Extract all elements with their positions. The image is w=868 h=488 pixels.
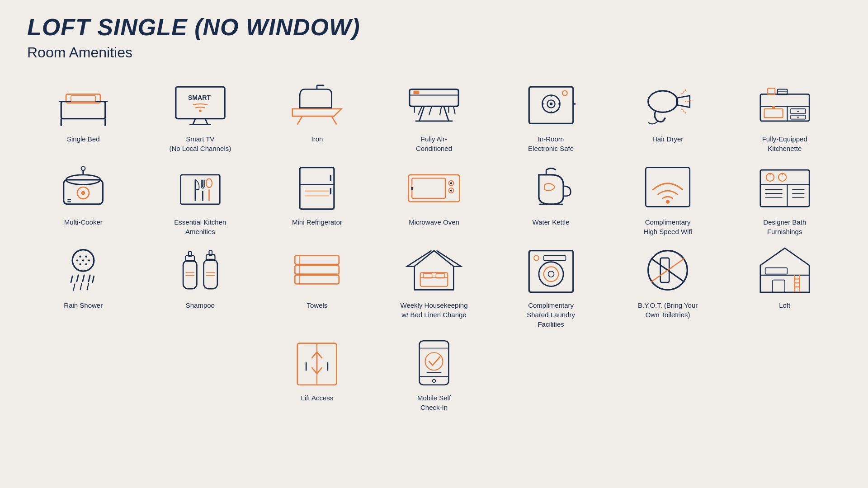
amenity-housekeeping: Weekly Housekeepingw/ Bed Linen Change <box>378 245 491 329</box>
svg-rect-130 <box>420 272 448 286</box>
svg-rect-6 <box>176 87 225 118</box>
svg-point-47 <box>797 117 798 118</box>
svg-line-99 <box>71 276 72 282</box>
lift-label: Lift Access <box>301 393 334 403</box>
svg-point-38 <box>648 91 678 113</box>
multi-cooker-label: Multi-Cooker <box>64 217 103 227</box>
laundry-label: ComplimentaryShared LaundryFacilities <box>527 300 575 329</box>
svg-point-108 <box>82 259 84 261</box>
multi-cooker-icon <box>54 162 113 212</box>
svg-rect-18 <box>413 91 419 94</box>
smart-tv-label: Smart TV(No Local Channels) <box>169 134 231 153</box>
amenity-kitchenette: Fully-EquippedKitchenette <box>728 79 841 153</box>
svg-point-78 <box>450 182 452 184</box>
shampoo-icon <box>171 245 230 295</box>
loft-icon <box>755 245 814 295</box>
mobile-checkin-icon <box>405 338 463 388</box>
svg-line-25 <box>419 106 424 121</box>
svg-rect-126 <box>295 275 340 284</box>
svg-rect-39 <box>760 94 809 121</box>
loft-label: Loft <box>779 300 790 310</box>
laundry-icon <box>522 245 580 295</box>
svg-line-13 <box>332 116 337 124</box>
rain-shower-icon <box>54 245 113 295</box>
byot-label: B.Y.O.T. (Bring YourOwn Toiletries) <box>638 300 698 319</box>
amenity-microwave: Microwave Oven <box>378 162 491 236</box>
wifi-icon <box>638 162 697 212</box>
housekeeping-icon <box>405 245 463 295</box>
svg-point-56 <box>81 191 85 195</box>
electronic-safe-label: In-RoomElectronic Safe <box>528 134 574 153</box>
microwave-icon <box>405 162 463 212</box>
smart-tv-icon: SMART <box>171 79 230 129</box>
spacer-2 <box>144 338 257 412</box>
page-title: LOFT SINGLE (NO WINDOW) <box>27 14 841 41</box>
svg-line-102 <box>89 275 90 282</box>
air-conditioned-label: Fully Air-Conditioned <box>416 134 452 153</box>
svg-rect-114 <box>183 260 197 289</box>
svg-point-107 <box>76 259 78 261</box>
svg-line-24 <box>453 107 455 114</box>
svg-point-136 <box>543 267 558 282</box>
svg-point-113 <box>85 263 87 265</box>
svg-rect-139 <box>543 256 566 261</box>
svg-rect-74 <box>412 178 445 198</box>
kitchen-amenities-icon <box>171 162 230 212</box>
svg-point-160 <box>425 352 443 370</box>
byot-icon <box>638 245 697 295</box>
amenity-bath-furnishings: Designer BathFurnishings <box>728 162 841 236</box>
hair-dryer-label: Hair Dryer <box>652 134 683 144</box>
svg-line-106 <box>87 283 89 290</box>
svg-rect-125 <box>295 265 340 274</box>
shampoo-label: Shampoo <box>186 300 215 310</box>
amenity-single-bed: Single Bed <box>27 79 140 153</box>
svg-line-21 <box>429 107 431 115</box>
lift-icon <box>288 338 346 388</box>
svg-rect-59 <box>181 175 220 204</box>
single-bed-label: Single Bed <box>67 134 100 144</box>
amenity-air-conditioned: Fully Air-Conditioned <box>378 79 491 153</box>
water-kettle-label: Water Kettle <box>533 217 570 227</box>
svg-rect-151 <box>773 280 785 292</box>
amenity-kitchen-amenities: Essential KitchenAmenities <box>144 162 257 236</box>
section-subtitle: Room Amenities <box>27 44 841 61</box>
svg-point-138 <box>534 256 539 261</box>
amenity-rain-shower: Rain Shower <box>27 245 140 329</box>
amenity-laundry: ComplimentaryShared LaundryFacilities <box>495 245 607 329</box>
amenity-mini-fridge: Mini Refrigerator <box>261 162 373 236</box>
svg-point-137 <box>548 271 554 277</box>
iron-icon <box>288 79 346 129</box>
svg-line-26 <box>444 106 449 121</box>
svg-point-11 <box>199 109 201 112</box>
water-kettle-icon <box>522 162 580 212</box>
rain-shower-label: Rain Shower <box>64 300 103 310</box>
amenity-multi-cooker: Multi-Cooker <box>27 162 140 236</box>
amenity-wifi: ComplimentaryHigh Speed Wifi <box>612 162 724 236</box>
hair-dryer-icon <box>638 79 697 129</box>
bath-furnishings-icon <box>755 162 814 212</box>
single-bed-icon <box>54 79 113 129</box>
amenity-iron: Iron <box>261 79 373 153</box>
iron-label: Iron <box>311 134 323 144</box>
svg-rect-150 <box>765 268 787 274</box>
towels-label: Towels <box>307 300 327 310</box>
amenity-loft: Loft <box>728 245 841 329</box>
svg-line-100 <box>77 275 78 282</box>
svg-rect-0 <box>61 102 106 119</box>
air-conditioned-icon <box>405 79 463 129</box>
svg-point-135 <box>538 262 563 286</box>
electronic-safe-icon <box>522 79 580 129</box>
svg-rect-85 <box>760 170 809 206</box>
amenities-grid: Single Bed SMART Smart TV(No Local Chann… <box>27 79 841 412</box>
towels-icon <box>288 245 346 295</box>
svg-point-31 <box>549 103 552 106</box>
svg-line-12 <box>297 116 302 124</box>
svg-point-36 <box>562 91 567 96</box>
svg-rect-117 <box>203 259 217 289</box>
svg-point-111 <box>85 256 87 258</box>
microwave-label: Microwave Oven <box>409 217 459 227</box>
svg-point-54 <box>81 167 85 171</box>
wifi-label: ComplimentaryHigh Speed Wifi <box>643 217 692 236</box>
svg-point-84 <box>666 200 670 204</box>
amenity-water-kettle: Water Kettle <box>495 162 607 236</box>
